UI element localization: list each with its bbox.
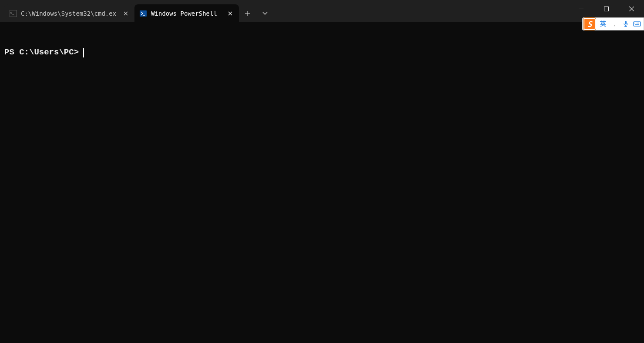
tab-cmd[interactable]: >_ C:\Windows\System32\cmd.ex bbox=[4, 4, 134, 22]
maximize-button[interactable] bbox=[594, 0, 619, 17]
ime-logo-icon[interactable]: S bbox=[584, 18, 596, 30]
new-tab-button[interactable] bbox=[239, 4, 256, 22]
title-bar: >_ C:\Windows\System32\cmd.ex Windows Po… bbox=[0, 0, 644, 22]
microphone-icon bbox=[623, 20, 629, 27]
ime-keyboard-button[interactable] bbox=[631, 18, 643, 30]
minimize-icon bbox=[579, 7, 584, 11]
close-icon bbox=[629, 7, 634, 11]
close-window-button[interactable] bbox=[619, 0, 644, 17]
ime-language-toggle[interactable]: 英 bbox=[597, 18, 609, 30]
close-icon bbox=[228, 11, 232, 16]
ime-voice-button[interactable] bbox=[620, 18, 631, 30]
tab-powershell[interactable]: Windows PowerShell bbox=[134, 4, 239, 22]
close-icon bbox=[124, 11, 128, 16]
tab-label: Windows PowerShell bbox=[151, 10, 221, 17]
cmd-icon: >_ bbox=[10, 10, 17, 17]
text-cursor bbox=[83, 48, 84, 57]
chevron-down-icon bbox=[262, 12, 268, 15]
svg-rect-11 bbox=[604, 7, 608, 11]
svg-rect-21 bbox=[638, 23, 639, 24]
ime-toolbar[interactable]: S 英 ， bbox=[582, 17, 644, 30]
svg-rect-18 bbox=[634, 23, 635, 24]
svg-rect-22 bbox=[635, 24, 639, 25]
prompt-text: PS C:\Users\PC> bbox=[4, 47, 79, 58]
svg-rect-20 bbox=[637, 23, 638, 24]
svg-rect-14 bbox=[625, 21, 627, 24]
terminal-content[interactable]: PS C:\Users\PC> bbox=[0, 22, 644, 72]
tab-strip: >_ C:\Windows\System32\cmd.ex Windows Po… bbox=[0, 0, 239, 22]
tab-close-button[interactable] bbox=[225, 8, 235, 19]
svg-text:>_: >_ bbox=[10, 11, 14, 15]
maximize-icon bbox=[604, 7, 609, 11]
keyboard-icon bbox=[633, 21, 641, 27]
ime-punctuation-toggle[interactable]: ， bbox=[609, 18, 620, 30]
minimize-button[interactable] bbox=[568, 0, 594, 17]
titlebar-drag-region[interactable] bbox=[274, 0, 568, 22]
tab-actions bbox=[239, 0, 274, 22]
tab-label: C:\Windows\System32\cmd.ex bbox=[21, 10, 116, 17]
powershell-icon bbox=[140, 10, 147, 17]
svg-rect-17 bbox=[634, 22, 641, 26]
tab-close-button[interactable] bbox=[121, 8, 131, 19]
plus-icon bbox=[245, 11, 250, 16]
tab-dropdown-button[interactable] bbox=[256, 4, 274, 22]
svg-rect-19 bbox=[636, 23, 637, 24]
prompt-line: PS C:\Users\PC> bbox=[4, 47, 640, 58]
